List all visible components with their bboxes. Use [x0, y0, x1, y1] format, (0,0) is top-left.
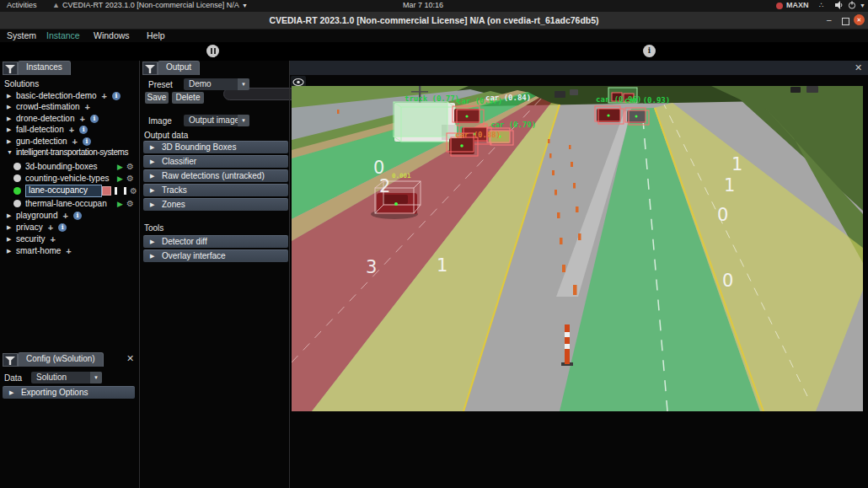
- playback-info-button[interactable]: i: [643, 45, 656, 57]
- gear-icon[interactable]: ⚙: [126, 199, 134, 208]
- expand-arrow-icon[interactable]: ▶: [7, 93, 13, 99]
- gear-icon[interactable]: ⚙: [126, 162, 134, 171]
- tab-instances[interactable]: Instances: [18, 61, 71, 75]
- clock[interactable]: Mar 7 10:16: [403, 1, 443, 9]
- instance-row-counting-vehicle-types[interactable]: counting-vehicle-types ▶ ⚙: [0, 173, 139, 184]
- add-instance-button[interactable]: +: [72, 137, 78, 146]
- solution-row-privacy[interactable]: ▶ privacy + i: [0, 222, 139, 233]
- info-icon[interactable]: i: [112, 92, 121, 100]
- info-icon[interactable]: i: [79, 126, 88, 134]
- tab-output[interactable]: Output: [158, 61, 200, 75]
- video-output-view[interactable]: truck (0.77) car (0.97) car (0.84) car (…: [292, 86, 863, 411]
- section-classifier[interactable]: ▶Classifier: [143, 155, 288, 168]
- menu-instance[interactable]: Instance: [46, 30, 80, 40]
- section-3d-bounding-boxes[interactable]: ▶3D Bounding Boxes: [143, 141, 288, 153]
- save-button[interactable]: Save: [145, 92, 169, 104]
- solution-row-security[interactable]: ▶ security +: [0, 233, 139, 244]
- minimize-button[interactable]: –: [827, 15, 832, 24]
- close-window-button[interactable]: ✕: [854, 14, 865, 25]
- expand-arrow-icon[interactable]: ▶: [7, 248, 13, 255]
- filter-funnel-icon[interactable]: [3, 353, 18, 367]
- close-config-icon[interactable]: ✕: [126, 353, 134, 364]
- pause-icon[interactable]: [115, 187, 126, 195]
- collapse-arrow-icon[interactable]: ▼: [7, 149, 13, 155]
- instance-row-lane-occupancy[interactable]: lane-occupancy ⚙: [0, 185, 139, 197]
- app-indicator-menu[interactable]: CVEDIA-RT 2023.1.0 [Non-commercial Licen…: [62, 1, 239, 9]
- expand-arrow-icon[interactable]: ▶: [7, 115, 13, 122]
- solution-row-gun-detection[interactable]: ▶ gun-detection + i: [0, 136, 139, 147]
- power-icon[interactable]: [848, 1, 856, 11]
- section-label: Zones: [162, 200, 185, 209]
- expand-arrow-icon[interactable]: ▶: [7, 126, 13, 133]
- pause-playback-button[interactable]: [206, 45, 219, 57]
- menu-system[interactable]: System: [7, 30, 36, 40]
- add-instance-button[interactable]: +: [102, 92, 107, 100]
- tab-config[interactable]: Config (wSolution): [18, 352, 104, 367]
- perf-mode-label: MAXN: [786, 1, 809, 9]
- add-instance-button[interactable]: +: [62, 212, 67, 220]
- section-zones[interactable]: ▶Zones: [143, 198, 288, 211]
- add-instance-button[interactable]: +: [50, 235, 55, 244]
- restore-button[interactable]: [842, 18, 849, 25]
- menu-help[interactable]: Help: [147, 30, 165, 40]
- info-icon[interactable]: i: [83, 137, 91, 146]
- solution-row-drone-detection[interactable]: ▶ drone-detection + i: [0, 113, 139, 124]
- preset-label: Preset: [148, 80, 173, 89]
- expand-arrow-icon[interactable]: ▶: [7, 212, 13, 219]
- section-raw-detections[interactable]: ▶Raw detections (untracked): [143, 169, 288, 182]
- filter-funnel-icon[interactable]: [142, 62, 158, 75]
- section-tracks[interactable]: ▶Tracks: [143, 184, 288, 196]
- add-instance-button[interactable]: +: [69, 126, 74, 134]
- solution-row-playground[interactable]: ▶ playground + i: [0, 210, 139, 221]
- add-instance-button[interactable]: +: [80, 115, 85, 123]
- solution-row-intelligent-transportation-systems[interactable]: ▼ intelligent-transportation-systems: [0, 147, 139, 158]
- solution-row-crowd-estimation[interactable]: ▶ crowd-estimation +: [0, 101, 139, 112]
- add-instance-button[interactable]: +: [48, 223, 53, 232]
- instance-name-input[interactable]: lane-occupancy: [25, 185, 102, 197]
- exporting-options-header[interactable]: ▶ Exporting Options: [3, 386, 135, 399]
- gear-icon[interactable]: ⚙: [130, 186, 137, 196]
- info-icon[interactable]: i: [58, 223, 67, 232]
- expand-arrow-icon[interactable]: ▶: [7, 138, 13, 145]
- volume-icon[interactable]: [834, 1, 843, 11]
- solution-row-fall-detection[interactable]: ▶ fall-detection + i: [0, 124, 139, 135]
- delete-button[interactable]: Delete: [172, 92, 204, 104]
- info-icon[interactable]: i: [90, 115, 99, 123]
- preset-dropdown[interactable]: Demo ▼: [184, 78, 249, 90]
- zone-count: 1: [724, 175, 735, 196]
- gear-icon[interactable]: ⚙: [126, 174, 134, 183]
- expand-arrow-icon[interactable]: ▶: [7, 236, 13, 243]
- network-icon[interactable]: ∴: [819, 1, 824, 9]
- solution-name: drone-detection: [16, 114, 75, 123]
- expand-arrow-icon[interactable]: ▶: [7, 104, 13, 110]
- system-menu-chevron-icon[interactable]: ▼: [860, 3, 865, 8]
- dropdown-arrow-icon[interactable]: ▼: [90, 372, 102, 383]
- stop-icon[interactable]: [102, 186, 111, 196]
- close-video-panel-icon[interactable]: ✕: [855, 62, 862, 73]
- config-data-dropdown[interactable]: Solution ▼: [31, 372, 102, 383]
- solution-row-smart-home[interactable]: ▶ smart-home +: [0, 245, 139, 256]
- panel-divider[interactable]: [289, 61, 290, 488]
- instance-row-3d-bounding-boxes[interactable]: 3d-bounding-boxes ▶ ⚙: [0, 161, 139, 172]
- dropdown-arrow-icon[interactable]: ▼: [238, 115, 249, 126]
- play-icon[interactable]: ▶: [117, 200, 123, 208]
- expand-arrow-icon[interactable]: ▶: [7, 224, 13, 231]
- activities-button[interactable]: Activities: [7, 1, 37, 9]
- add-instance-button[interactable]: +: [66, 247, 71, 255]
- lane-occupancy-overlay: truck (0.77) car (0.97) car (0.84) car (…: [292, 86, 863, 411]
- filter-funnel-icon[interactable]: [3, 62, 18, 75]
- solution-row-basic-detection-demo[interactable]: ▶ basic-detection-demo + i: [0, 90, 139, 101]
- tool-overlay-interface[interactable]: ▶Overlay interface: [143, 249, 288, 262]
- instance-row-thermal-lane-occupancy[interactable]: thermal-lane-occupan ▶ ⚙: [0, 198, 139, 209]
- play-icon[interactable]: ▶: [117, 174, 123, 183]
- image-value: Output image: [189, 115, 239, 126]
- info-icon[interactable]: i: [73, 212, 82, 220]
- play-icon[interactable]: ▶: [117, 163, 123, 171]
- config-panel: Config (wSolution) ✕ Data Solution ▼ ▶ E…: [0, 352, 139, 488]
- image-label: Image: [148, 116, 172, 126]
- add-instance-button[interactable]: +: [85, 103, 90, 111]
- menu-windows[interactable]: Windows: [94, 30, 130, 40]
- tool-detector-diff[interactable]: ▶Detector diff: [143, 235, 288, 248]
- dropdown-arrow-icon[interactable]: ▼: [238, 78, 249, 90]
- image-dropdown[interactable]: Output image ▼: [184, 115, 249, 126]
